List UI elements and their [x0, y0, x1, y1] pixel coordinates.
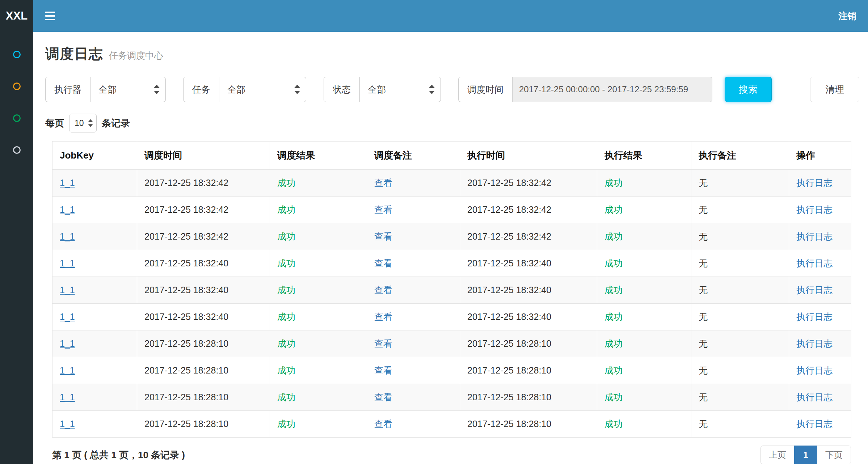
circle-icon-success — [13, 114, 21, 122]
handle-time: 2017-12-25 18:32:42 — [467, 231, 551, 241]
trigger-time-range-input[interactable]: 2017-12-25 00:00:00 - 2017-12-25 23:59:5… — [513, 77, 712, 102]
handle-msg: 无 — [699, 258, 708, 268]
execution-log-link[interactable]: 执行日志 — [796, 419, 833, 429]
table-row: 1_12017-12-25 18:32:40成功查看2017-12-25 18:… — [52, 250, 851, 277]
execution-log-link[interactable]: 执行日志 — [796, 258, 833, 268]
trigger-time: 2017-12-25 18:32:40 — [144, 285, 228, 295]
executor-select[interactable]: 全部 — [90, 77, 166, 102]
table-row: 1_12017-12-25 18:28:10成功查看2017-12-25 18:… — [52, 411, 851, 438]
handle-msg: 无 — [699, 178, 708, 188]
page-size-select-value: 10 — [75, 118, 84, 128]
trigger-msg-link[interactable]: 查看 — [374, 178, 392, 188]
handle-result: 成功 — [604, 231, 623, 241]
table-row: 1_12017-12-25 18:28:10成功查看2017-12-25 18:… — [52, 357, 851, 384]
trigger-msg-link[interactable]: 查看 — [374, 285, 392, 295]
trigger-msg-link[interactable]: 查看 — [374, 419, 392, 429]
jobkey-link[interactable]: 1_1 — [60, 365, 75, 375]
filter-bar: 执行器 全部 任务 全部 状态 全部 调度时间 2017-12-25 00:00… — [45, 77, 859, 102]
page-subtitle: 任务调度中心 — [109, 50, 163, 62]
sidebar-item-1[interactable] — [0, 38, 33, 70]
handle-msg: 无 — [699, 204, 708, 215]
execution-log-link[interactable]: 执行日志 — [796, 312, 833, 322]
jobkey-link[interactable]: 1_1 — [60, 204, 75, 215]
trigger-time: 2017-12-25 18:32:42 — [144, 204, 228, 215]
handle-msg: 无 — [699, 338, 708, 349]
next-page-button[interactable]: 下页 — [817, 446, 851, 464]
log-table-container: JobKey调度时间调度结果调度备注执行时间执行结果执行备注操作 1_12017… — [52, 141, 859, 438]
trigger-msg-link[interactable]: 查看 — [374, 338, 392, 349]
execution-log-link[interactable]: 执行日志 — [796, 178, 833, 188]
top-navbar: XXL 注销 — [0, 0, 868, 32]
sidebar-item-2[interactable] — [0, 70, 33, 102]
page-size-select[interactable]: 10 — [69, 114, 97, 132]
jobkey-link[interactable]: 1_1 — [60, 312, 75, 322]
trigger-time-filter-label: 调度时间 — [458, 77, 513, 102]
column-header: 操作 — [789, 142, 851, 170]
page-size-suffix-label: 条记录 — [102, 117, 130, 130]
jobkey-link[interactable]: 1_1 — [60, 285, 75, 295]
log-table: JobKey调度时间调度结果调度备注执行时间执行结果执行备注操作 1_12017… — [52, 141, 851, 438]
handle-time: 2017-12-25 18:28:10 — [467, 338, 551, 349]
execution-log-link[interactable]: 执行日志 — [796, 338, 833, 349]
sidebar-menu — [0, 32, 33, 464]
sidebar-toggle-icon[interactable] — [33, 0, 67, 32]
handle-result: 成功 — [604, 204, 623, 215]
status-select[interactable]: 全部 — [360, 77, 441, 102]
jobkey-link[interactable]: 1_1 — [60, 178, 75, 188]
table-row: 1_12017-12-25 18:32:40成功查看2017-12-25 18:… — [52, 277, 851, 304]
jobkey-link[interactable]: 1_1 — [60, 231, 75, 241]
sidebar-item-4[interactable] — [0, 134, 33, 166]
column-header: 调度结果 — [270, 142, 367, 170]
handle-time: 2017-12-25 18:32:40 — [467, 312, 551, 322]
trigger-time-filter-group: 调度时间 2017-12-25 00:00:00 - 2017-12-25 23… — [458, 77, 712, 102]
clear-button[interactable]: 清理 — [810, 77, 859, 102]
circle-icon-info — [13, 51, 21, 58]
search-button[interactable]: 搜索 — [725, 77, 772, 102]
hamburger-bar — [45, 12, 55, 13]
table-header-row: JobKey调度时间调度结果调度备注执行时间执行结果执行备注操作 — [52, 142, 851, 170]
trigger-msg-link[interactable]: 查看 — [374, 231, 392, 241]
trigger-msg-link[interactable]: 查看 — [374, 258, 392, 268]
job-select[interactable]: 全部 — [219, 77, 306, 102]
jobkey-link[interactable]: 1_1 — [60, 392, 75, 402]
page-size-prefix-label: 每页 — [45, 117, 64, 130]
column-header: 调度备注 — [367, 142, 460, 170]
table-row: 1_12017-12-25 18:32:42成功查看2017-12-25 18:… — [52, 170, 851, 197]
trigger-msg-link[interactable]: 查看 — [374, 204, 392, 215]
trigger-msg-link[interactable]: 查看 — [374, 365, 392, 375]
execution-log-link[interactable]: 执行日志 — [796, 392, 833, 402]
trigger-msg-link[interactable]: 查看 — [374, 312, 392, 322]
handle-msg: 无 — [699, 285, 708, 295]
prev-page-button[interactable]: 上页 — [760, 446, 795, 464]
jobkey-link[interactable]: 1_1 — [60, 258, 75, 268]
status-filter-label: 状态 — [324, 77, 360, 102]
page-size-control: 每页 10 条记录 — [45, 114, 859, 132]
circle-icon-default — [13, 146, 21, 154]
handle-msg: 无 — [699, 312, 708, 322]
column-header: JobKey — [52, 142, 137, 170]
jobkey-link[interactable]: 1_1 — [60, 419, 75, 429]
job-filter-group: 任务 全部 — [183, 77, 306, 102]
execution-log-link[interactable]: 执行日志 — [796, 365, 833, 375]
execution-log-link[interactable]: 执行日志 — [796, 231, 833, 241]
page-1-button[interactable]: 1 — [794, 446, 817, 464]
handle-msg: 无 — [699, 392, 708, 402]
executor-filter-label: 执行器 — [45, 77, 90, 102]
hamburger-bar — [45, 19, 55, 20]
execution-log-link[interactable]: 执行日志 — [796, 204, 833, 215]
trigger-time: 2017-12-25 18:32:42 — [144, 231, 228, 241]
status-select-value: 全部 — [368, 84, 386, 96]
logout-link[interactable]: 注销 — [827, 0, 868, 32]
table-row: 1_12017-12-25 18:32:40成功查看2017-12-25 18:… — [52, 304, 851, 330]
handle-result: 成功 — [604, 365, 623, 375]
trigger-msg-link[interactable]: 查看 — [374, 392, 392, 402]
sidebar-item-3[interactable] — [0, 102, 33, 134]
handle-time: 2017-12-25 18:32:42 — [467, 178, 551, 188]
jobkey-link[interactable]: 1_1 — [60, 338, 75, 349]
trigger-result: 成功 — [277, 204, 295, 215]
trigger-time: 2017-12-25 18:32:40 — [144, 312, 228, 322]
handle-result: 成功 — [604, 419, 623, 429]
trigger-result: 成功 — [277, 392, 295, 402]
execution-log-link[interactable]: 执行日志 — [796, 285, 833, 295]
app-logo[interactable]: XXL — [0, 0, 33, 32]
